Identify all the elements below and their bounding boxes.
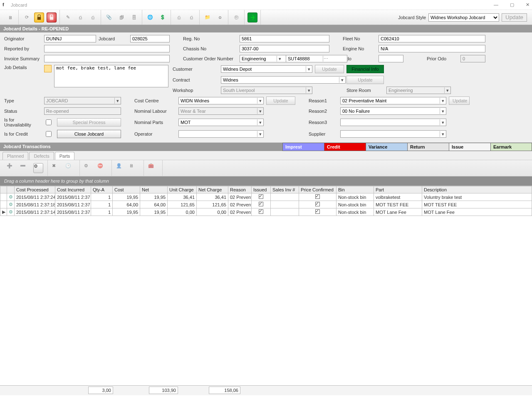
- jobcard-field[interactable]: [130, 35, 170, 42]
- label-jobdetails: Job Details: [4, 65, 42, 94]
- footer-qty: 3,00: [88, 387, 113, 394]
- gear-icon[interactable]: ⚙: [33, 163, 43, 173]
- attach-icon[interactable]: 📎: [104, 12, 114, 22]
- col-cost[interactable]: Cost: [113, 186, 140, 193]
- tool1-icon[interactable]: ⚙: [84, 163, 94, 173]
- titlebar: f Jobcard — ▢ ✕: [0, 0, 532, 10]
- print2-icon[interactable]: ⎙: [88, 12, 98, 22]
- main-toolbar: 🗎 ⟳ ✎ ⎙ ⎙ 📎 🗐 🗄 🌐 💲 ⎙ ⎙ 📁 ⭘ ㊞ Jobcard St…: [0, 10, 532, 25]
- globe-icon[interactable]: 🌐: [145, 12, 155, 22]
- print-icon[interactable]: ⎙: [75, 12, 85, 22]
- copy-icon[interactable]: 🗐: [116, 12, 126, 22]
- misc-icon[interactable]: 🧰: [148, 163, 158, 173]
- col-cost-processed[interactable]: Cost Processed: [15, 186, 55, 193]
- export-icon[interactable]: 🗄: [129, 12, 139, 22]
- refresh-icon[interactable]: ⟳: [22, 12, 32, 22]
- parts-grid[interactable]: Cost Processed Cost Incurred Qty-A Cost …: [0, 186, 532, 216]
- col-part[interactable]: Part: [374, 186, 422, 193]
- col-bin[interactable]: Bin: [337, 186, 374, 193]
- add-part-icon[interactable]: ➕: [7, 163, 17, 173]
- col-unit-charge[interactable]: Unit Charge: [168, 186, 197, 193]
- col-description[interactable]: Description: [422, 186, 532, 193]
- col-reason[interactable]: Reason: [228, 186, 252, 193]
- doc-icon[interactable]: 🗎: [129, 163, 139, 173]
- originator-field[interactable]: [44, 35, 96, 42]
- nominalparts-select[interactable]: [178, 119, 264, 126]
- tool2-icon[interactable]: ⛔: [97, 163, 107, 173]
- label-type: Type: [4, 98, 42, 103]
- unlock-icon[interactable]: [47, 12, 57, 22]
- reportedby-field[interactable]: [44, 45, 170, 52]
- reason1-update-button[interactable]: Update: [449, 97, 470, 105]
- stamp-icon[interactable]: ㊞: [231, 12, 241, 22]
- col-sales-inv[interactable]: Sales Inv #: [271, 186, 299, 193]
- fleetno-field[interactable]: [379, 35, 485, 42]
- col-net[interactable]: Net: [140, 186, 168, 193]
- col-qty[interactable]: Qty-A: [91, 186, 113, 193]
- workshop-select[interactable]: [221, 87, 312, 94]
- col-net-charge[interactable]: Net Charge: [197, 186, 228, 193]
- tab-planned[interactable]: Planned: [2, 152, 28, 160]
- financial-info-button[interactable]: Financial Info: [346, 65, 384, 73]
- jobcard-style-select[interactable]: Widnes Workshop Jobcard: [428, 13, 499, 22]
- pencil-icon[interactable]: [44, 65, 52, 72]
- grid-header-row[interactable]: Cost Processed Cost Incurred Qty-A Cost …: [0, 186, 532, 193]
- col-price-confirmed[interactable]: Price Confirmed: [299, 186, 337, 193]
- costcentre-update-button[interactable]: Update: [266, 97, 295, 105]
- group-hint[interactable]: Drag a column header here to group by th…: [0, 176, 532, 186]
- reason3-select[interactable]: [340, 119, 446, 126]
- contract-select[interactable]: [221, 76, 346, 84]
- jobdetails-field[interactable]: mot fee, brake test, lane fee: [54, 65, 168, 87]
- storeroom-select[interactable]: [386, 87, 451, 94]
- invoicesummary-field[interactable]: [44, 55, 170, 62]
- folder-icon[interactable]: 📁: [203, 12, 213, 22]
- exit-icon[interactable]: [247, 12, 257, 22]
- remove-part-icon[interactable]: ➖: [20, 163, 30, 173]
- odo-field[interactable]: [379, 55, 403, 62]
- customer-update-button[interactable]: Update: [315, 65, 344, 73]
- minimize-icon[interactable]: —: [494, 2, 498, 7]
- regno-field[interactable]: [240, 35, 329, 42]
- table-row[interactable]: ▶⚙2015/08/11 2:37:142015/08/11 2:37119,9…: [0, 208, 532, 216]
- new-icon[interactable]: 🗎: [5, 12, 15, 22]
- printer2-icon[interactable]: ⎙: [186, 12, 196, 22]
- cancel-icon[interactable]: ✖: [52, 163, 62, 173]
- special-process-button[interactable]: Special Process: [57, 118, 121, 126]
- user-icon[interactable]: 👤: [116, 163, 126, 173]
- close-icon[interactable]: ✕: [526, 2, 530, 7]
- contract-update-button[interactable]: Update: [346, 76, 384, 84]
- tab-parts[interactable]: Parts: [55, 152, 75, 160]
- close-jobcard-button[interactable]: Close Jobcard: [57, 130, 121, 138]
- credit-checkbox[interactable]: [46, 131, 52, 137]
- svg-rect-1: [50, 17, 53, 20]
- reason2-select[interactable]: [340, 107, 446, 115]
- costcentre-select[interactable]: [178, 97, 264, 104]
- col-issued[interactable]: Issued: [252, 186, 271, 193]
- printer-icon[interactable]: ⎙: [174, 12, 184, 22]
- label-contract: Contract: [173, 77, 218, 82]
- chassisno-field[interactable]: [240, 45, 329, 52]
- ok-icon[interactable]: ⭘: [215, 12, 225, 22]
- engineno-field[interactable]: [379, 45, 485, 52]
- custorder-no-field[interactable]: [286, 55, 347, 62]
- cost-icon[interactable]: 💲: [158, 12, 168, 22]
- legend-imprest: Imprest: [282, 143, 324, 151]
- edit-icon[interactable]: ✎: [63, 12, 73, 22]
- lock-icon[interactable]: [34, 12, 44, 22]
- clock-icon[interactable]: 🕒: [65, 163, 75, 173]
- label-operator: Operator: [134, 131, 176, 136]
- reason1-select[interactable]: [340, 97, 446, 104]
- unavailability-checkbox[interactable]: [46, 119, 52, 125]
- col-cost-incurred[interactable]: Cost Incurred: [55, 186, 91, 193]
- operator-select[interactable]: [178, 130, 264, 138]
- label-nominallabour: Nominal Labour: [134, 109, 176, 114]
- tab-defects[interactable]: Defects: [29, 152, 54, 160]
- label-storeroom: Store Room: [346, 88, 384, 93]
- priorodo-field: [460, 55, 485, 62]
- table-row[interactable]: ⚙2015/08/11 2:37:242015/08/11 2:37119,95…: [0, 193, 532, 201]
- supplier-select[interactable]: [340, 130, 446, 138]
- customer-select[interactable]: [221, 65, 312, 73]
- table-row[interactable]: ⚙2015/08/11 2:37:182015/08/11 2:37164,00…: [0, 201, 532, 208]
- toolbar-update-button[interactable]: Update: [502, 13, 527, 22]
- maximize-icon[interactable]: ▢: [510, 2, 514, 7]
